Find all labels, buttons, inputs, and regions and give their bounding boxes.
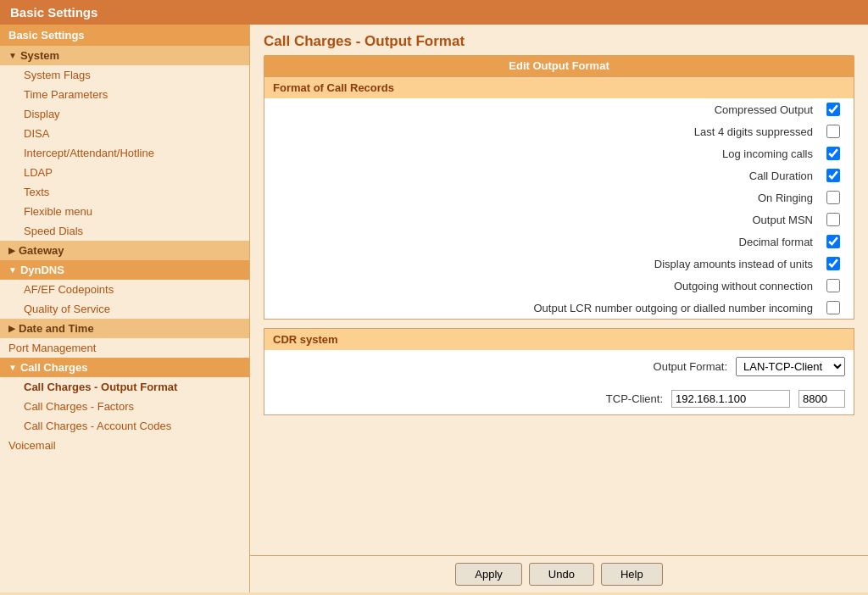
chevron-right-icon-date: ▶ xyxy=(8,324,15,333)
sidebar-item-display[interactable]: Display xyxy=(0,104,249,124)
checkbox-output-msn[interactable] xyxy=(826,213,840,226)
top-bar: Basic Settings xyxy=(0,0,868,25)
checkbox-output-lcr[interactable] xyxy=(826,301,840,314)
label-output-lcr: Output LCR number outgoing or dialled nu… xyxy=(273,302,813,314)
sidebar-item-dyndns[interactable]: ▼ DynDNS xyxy=(0,260,249,280)
row-output-lcr: Output LCR number outgoing or dialled nu… xyxy=(264,297,854,319)
sidebar-item-qos[interactable]: Quality of Service xyxy=(0,299,249,319)
sidebar-item-texts[interactable]: Texts xyxy=(0,182,249,202)
sidebar-item-call-charges[interactable]: ▼ Call Charges xyxy=(0,358,249,377)
input-tcp-client-ip[interactable] xyxy=(671,390,790,408)
sidebar-item-time-parameters[interactable]: Time Parameters xyxy=(0,85,249,104)
main-panel: Call Charges - Output Format Edit Output… xyxy=(250,25,868,592)
cdr-section-title: CDR system xyxy=(264,329,854,350)
page-title: Call Charges - Output Format xyxy=(250,25,868,55)
cdr-section: CDR system Output Format: LAN-TCP-Client… xyxy=(264,328,854,415)
chevron-down-icon-cc: ▼ xyxy=(8,363,17,372)
sidebar-item-disa[interactable]: DISA xyxy=(0,124,249,143)
label-on-ringing: On Ringing xyxy=(273,192,813,204)
checkbox-last4-suppressed[interactable] xyxy=(826,125,840,138)
sidebar-item-date-time[interactable]: ▶ Date and Time xyxy=(0,319,249,338)
label-log-incoming-calls: Log incoming calls xyxy=(273,147,813,160)
format-section-title: Format of Call Records xyxy=(264,77,854,98)
label-last4-suppressed: Last 4 digits suppressed xyxy=(273,125,813,138)
sidebar-item-cc-factors[interactable]: Call Charges - Factors xyxy=(0,397,249,416)
sidebar-item-af-ef[interactable]: AF/EF Codepoints xyxy=(0,280,249,299)
bottom-bar: Apply Undo Help xyxy=(250,555,868,592)
input-tcp-client-port[interactable] xyxy=(798,390,845,408)
sidebar-call-charges-label: Call Charges xyxy=(20,361,87,374)
select-output-format[interactable]: LAN-TCP-Client LAN-TCP-Server Serial xyxy=(736,357,845,376)
sidebar-item-port-management[interactable]: Port Management xyxy=(0,338,249,358)
chevron-down-icon-dyndns: ▼ xyxy=(8,265,17,275)
help-button[interactable]: Help xyxy=(601,563,663,586)
label-compressed-output: Compressed Output xyxy=(273,103,813,116)
row-on-ringing: On Ringing xyxy=(264,186,854,209)
content-area: Edit Output Format Format of Call Record… xyxy=(250,55,868,555)
row-last4-suppressed: Last 4 digits suppressed xyxy=(264,120,854,142)
apply-button[interactable]: Apply xyxy=(455,563,522,586)
sidebar-item-system[interactable]: ▼ System xyxy=(0,46,249,65)
checkbox-compressed-output[interactable] xyxy=(826,103,840,116)
row-decimal-format: Decimal format xyxy=(264,231,854,253)
row-output-format: Output Format: LAN-TCP-Client LAN-TCP-Se… xyxy=(264,350,854,383)
sidebar-item-voicemail[interactable]: Voicemail xyxy=(0,436,249,455)
checkbox-decimal-format[interactable] xyxy=(826,235,840,248)
checkbox-display-amounts[interactable] xyxy=(826,257,840,270)
row-display-amounts: Display amounts instead of units xyxy=(264,253,854,275)
sidebar-date-time-label: Date and Time xyxy=(19,322,94,335)
chevron-right-icon: ▶ xyxy=(8,246,15,255)
row-log-incoming-calls: Log incoming calls xyxy=(264,142,854,164)
checkbox-log-incoming-calls[interactable] xyxy=(826,147,840,160)
row-compressed-output: Compressed Output xyxy=(264,98,854,120)
sidebar-item-speed-dials[interactable]: Speed Dials xyxy=(0,221,249,241)
sidebar-item-intercept[interactable]: Intercept/Attendant/Hotline xyxy=(0,143,249,163)
label-call-duration: Call Duration xyxy=(273,170,813,182)
sidebar-dyndns-label: DynDNS xyxy=(20,264,64,276)
format-section: Format of Call Records Compressed Output… xyxy=(264,76,854,320)
sidebar-item-flexible-menu[interactable]: Flexible menu xyxy=(0,202,249,221)
sidebar-item-ldap[interactable]: LDAP xyxy=(0,163,249,182)
label-output-format: Output Format: xyxy=(654,360,727,373)
chevron-down-icon: ▼ xyxy=(8,51,17,60)
sidebar: Basic Settings ▼ System System Flags Tim… xyxy=(0,25,250,592)
sidebar-item-cc-output-format[interactable]: Call Charges - Output Format xyxy=(0,377,249,397)
row-outgoing-without-connection: Outgoing without connection xyxy=(264,275,854,297)
label-outgoing-without-connection: Outgoing without connection xyxy=(273,280,813,292)
label-display-amounts: Display amounts instead of units xyxy=(273,258,813,270)
checkbox-on-ringing[interactable] xyxy=(826,191,840,204)
checkbox-outgoing-without-connection[interactable] xyxy=(826,279,840,292)
label-output-msn: Output MSN xyxy=(273,214,813,226)
checkbox-call-duration[interactable] xyxy=(826,169,840,182)
row-output-msn: Output MSN xyxy=(264,209,854,231)
sidebar-title-text: Basic Settings xyxy=(8,29,85,42)
sidebar-gateway-label: Gateway xyxy=(19,244,64,257)
label-decimal-format: Decimal format xyxy=(273,236,813,248)
top-bar-title: Basic Settings xyxy=(10,5,97,19)
undo-button[interactable]: Undo xyxy=(529,563,594,586)
sidebar-title: Basic Settings xyxy=(0,25,249,46)
edit-output-format-header: Edit Output Format xyxy=(264,55,854,76)
row-tcp-client: TCP-Client: xyxy=(264,383,854,414)
sidebar-system-label: System xyxy=(20,49,59,62)
sidebar-item-gateway[interactable]: ▶ Gateway xyxy=(0,241,249,260)
label-tcp-client: TCP-Client: xyxy=(606,392,663,405)
sidebar-item-cc-account-codes[interactable]: Call Charges - Account Codes xyxy=(0,416,249,436)
sidebar-item-system-flags[interactable]: System Flags xyxy=(0,65,249,85)
row-call-duration: Call Duration xyxy=(264,164,854,186)
